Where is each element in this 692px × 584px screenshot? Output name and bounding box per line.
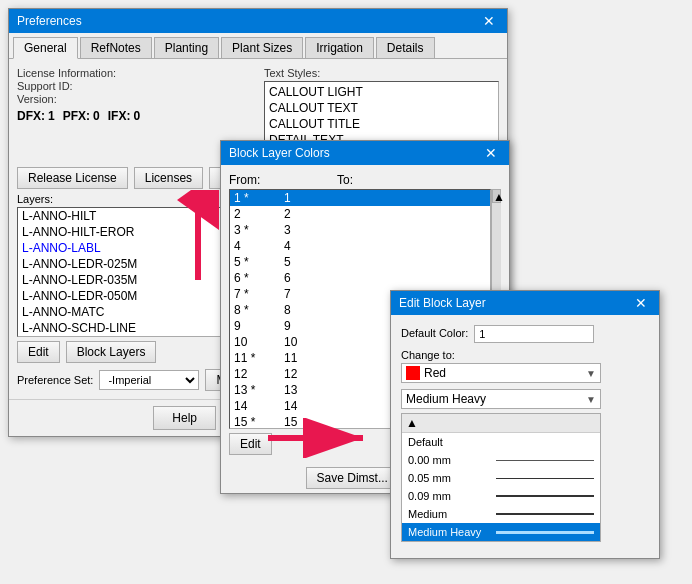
color-select[interactable]: Red ▼ <box>401 363 601 383</box>
dfx-value: 1 <box>48 109 55 123</box>
support-id-label: Support ID: <box>17 80 252 92</box>
ebl-content: Default Color: Change to: Red ▼ Medium H… <box>391 315 659 558</box>
licenses-button[interactable]: Licenses <box>134 167 203 189</box>
ifx-value: 0 <box>133 109 140 123</box>
ebl-close-button[interactable]: ✕ <box>631 295 651 311</box>
blc-edit-button[interactable]: Edit <box>229 433 272 455</box>
blc-list-item[interactable]: 44 <box>230 238 490 254</box>
blc-list-item[interactable]: 22 <box>230 206 490 222</box>
preferences-close-button[interactable]: ✕ <box>479 13 499 29</box>
tab-general[interactable]: General <box>13 37 78 59</box>
text-styles-label: Text Styles: <box>264 67 499 79</box>
blc-header-row: From: To: <box>229 173 501 187</box>
dfx-label: DFX: <box>17 109 45 123</box>
default-color-row: Default Color: <box>401 325 649 343</box>
release-license-button[interactable]: Release License <box>17 167 128 189</box>
line-option-default[interactable]: Default <box>402 433 600 451</box>
color-dropdown-arrow: ▼ <box>586 368 596 379</box>
blc-list-item[interactable]: 5 *5 <box>230 254 490 270</box>
pref-set-label: Preference Set: <box>17 374 93 386</box>
change-to-label: Change to: <box>401 349 649 361</box>
color-swatch <box>406 366 420 380</box>
line-weight-row: Medium Heavy ▼ ▲ Default 0.00 mm 0.05 mm <box>401 389 649 542</box>
default-color-label: Default Color: <box>401 327 468 339</box>
preferences-titlebar: Preferences ✕ <box>9 9 507 33</box>
text-style-item: CALLOUT TEXT <box>267 100 496 116</box>
line-weight-arrow: ▼ <box>586 394 596 405</box>
blc-from-label: From: <box>229 173 329 187</box>
tab-refnotes[interactable]: RefNotes <box>80 37 152 58</box>
line-weight-select[interactable]: Medium Heavy ▼ <box>401 389 601 409</box>
pfx-value: 0 <box>93 109 100 123</box>
color-value: Red <box>424 366 446 380</box>
text-style-item: CALLOUT TITLE <box>267 116 496 132</box>
blc-titlebar: Block Layer Colors ✕ <box>221 141 509 165</box>
tab-planting[interactable]: Planting <box>154 37 219 58</box>
change-to-row: Change to: Red ▼ <box>401 349 649 383</box>
default-color-input[interactable] <box>474 325 594 343</box>
dropdown-header: ▲ <box>402 414 600 433</box>
blc-to-label: To: <box>337 173 437 187</box>
dfx-item: DFX: 1 <box>17 109 55 123</box>
tab-bar: General RefNotes Planting Plant Sizes Ir… <box>9 33 507 59</box>
block-layers-button[interactable]: Block Layers <box>66 341 157 363</box>
line-weight-value: Medium Heavy <box>406 392 486 406</box>
pref-set-select[interactable]: -Imperial <box>99 370 199 390</box>
tab-plant-sizes[interactable]: Plant Sizes <box>221 37 303 58</box>
preferences-title: Preferences <box>17 14 82 28</box>
line-option-medheavy[interactable]: Medium Heavy <box>402 523 600 541</box>
line-option-medium[interactable]: Medium <box>402 505 600 523</box>
ifx-label: IFX: <box>108 109 131 123</box>
tab-details[interactable]: Details <box>376 37 435 58</box>
line-option-005mm[interactable]: 0.05 mm <box>402 469 600 487</box>
text-style-item: CALLOUT LIGHT <box>267 84 496 100</box>
blc-close-button[interactable]: ✕ <box>481 145 501 161</box>
tab-irrigation[interactable]: Irrigation <box>305 37 374 58</box>
pfx-label: PFX: <box>63 109 90 123</box>
edit-layers-button[interactable]: Edit <box>17 341 60 363</box>
blc-title: Block Layer Colors <box>229 146 330 160</box>
pfx-item: PFX: 0 <box>63 109 100 123</box>
blc-list-item[interactable]: 3 *3 <box>230 222 490 238</box>
line-option-0mm[interactable]: 0.00 mm <box>402 451 600 469</box>
version-label: Version: <box>17 93 252 105</box>
ebl-titlebar: Edit Block Layer ✕ <box>391 291 659 315</box>
ebl-title: Edit Block Layer <box>399 296 486 310</box>
license-section: License Information: Support ID: Version… <box>17 67 252 161</box>
blc-list-item[interactable]: 6 *6 <box>230 270 490 286</box>
ifx-item: IFX: 0 <box>108 109 140 123</box>
line-weight-dropdown: ▲ Default 0.00 mm 0.05 mm 0.09 mm <box>401 413 601 542</box>
line-option-009mm[interactable]: 0.09 mm <box>402 487 600 505</box>
dfx-row: DFX: 1 PFX: 0 IFX: 0 <box>17 109 252 123</box>
scrollbar-up[interactable]: ▲ <box>492 189 501 203</box>
license-info-label: License Information: <box>17 67 252 79</box>
help-button[interactable]: Help <box>153 406 216 430</box>
blc-list-item[interactable]: 1 *1 <box>230 190 490 206</box>
edit-block-layer-dialog: Edit Block Layer ✕ Default Color: Change… <box>390 290 660 559</box>
save-dimstyle-button[interactable]: Save Dimst... <box>306 467 399 489</box>
